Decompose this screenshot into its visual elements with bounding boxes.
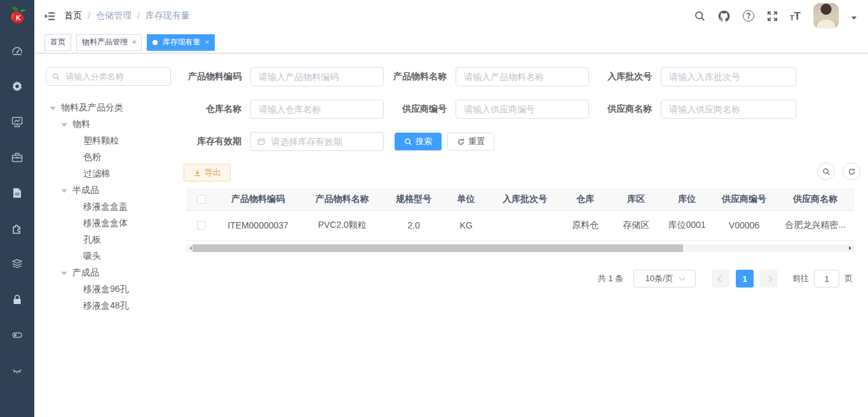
tree-node[interactable]: 移液盒盒盖 — [34, 199, 181, 215]
pagination-total: 共 1 条 — [598, 273, 623, 284]
sidebar-item-system[interactable] — [0, 69, 34, 104]
tree-node[interactable]: 移液盒盒体 — [34, 215, 181, 232]
row-checkbox[interactable] — [197, 221, 206, 230]
tree-node[interactable]: 移液盒96孔 — [34, 281, 181, 298]
sidebar-menu — [0, 33, 34, 388]
field-item-code: 产品物料编码 — [178, 67, 384, 86]
tree-node[interactable]: 移液盒48孔 — [34, 298, 181, 314]
page-number-button[interactable]: 1 — [736, 270, 754, 288]
sidebar-item-permission[interactable] — [0, 282, 34, 317]
search-icon — [52, 72, 60, 81]
supplier-name-input[interactable] — [668, 103, 789, 115]
next-page-button[interactable] — [760, 270, 778, 288]
active-dot-icon — [153, 40, 158, 45]
page-size-select[interactable]: 10条/页 — [634, 270, 696, 288]
category-search-box — [46, 67, 171, 86]
category-search-input[interactable] — [64, 71, 165, 82]
caret-down-icon[interactable] — [50, 107, 56, 114]
item-name-input[interactable] — [463, 71, 582, 83]
close-icon[interactable]: × — [205, 39, 208, 46]
goto-page-input[interactable] — [814, 270, 839, 288]
sidebar-item-dashboard[interactable] — [0, 33, 34, 69]
search-icon — [822, 168, 831, 176]
tree-node[interactable]: 吸头 — [34, 248, 181, 265]
main-content: 产品物料编码 产品物料名称 入库批次号 仓库名称 供应商编号 供应商名称 库存有… — [181, 53, 868, 417]
breadcrumb-warehouse[interactable]: 仓储管理 — [96, 10, 132, 22]
sidebar-item-layers[interactable] — [0, 246, 34, 282]
monitor-chart-icon — [11, 116, 24, 128]
prev-page-button[interactable] — [712, 270, 729, 288]
sidebar-item-switch[interactable] — [0, 317, 34, 353]
table-header-row: 产品物料编码 产品物料名称 规格型号 单位 入库批次号 仓库 库区 库位 供应商… — [186, 188, 855, 211]
github-icon — [717, 10, 731, 23]
sidebar-item-monitor[interactable] — [0, 104, 34, 140]
field-supplier-code: 供应商编号 — [383, 100, 589, 119]
caret-down-icon[interactable] — [61, 272, 67, 279]
reset-button[interactable]: 重置 — [447, 133, 494, 150]
scroll-left-icon[interactable] — [187, 246, 192, 250]
header-actions: ? TT — [693, 3, 868, 29]
pagination-goto: 前往 页 — [792, 270, 853, 288]
breadcrumb-home[interactable]: 首页 — [64, 10, 82, 22]
inventory-table: 产品物料编码 产品物料名称 规格型号 单位 入库批次号 仓库 库区 库位 供应商… — [186, 188, 855, 241]
svg-text:K: K — [16, 15, 21, 22]
tab-inventory-current[interactable]: 库存现有量 × — [147, 34, 214, 51]
sidebar-item-document[interactable] — [0, 175, 34, 211]
dashboard-icon — [11, 44, 24, 57]
breadcrumb-separator: / — [88, 11, 90, 21]
category-tree: 物料及产品分类 物料 塑料颗粒 色粉 过滤棉 半成品 移液盒盒盖 移液盒盒体 孔… — [34, 100, 181, 314]
sidebar-item-plugin[interactable] — [0, 211, 34, 246]
tree-node[interactable]: 过滤棉 — [34, 166, 181, 182]
tree-node[interactable]: 半成品 — [34, 182, 181, 199]
tree-node[interactable]: 塑料颗粒 — [34, 133, 181, 149]
header-search-button[interactable] — [693, 9, 707, 23]
layers-icon — [11, 258, 24, 270]
refresh-table-button[interactable] — [843, 162, 860, 180]
help-button[interactable]: ? — [742, 9, 756, 23]
tree-node[interactable]: 孔板 — [34, 232, 181, 248]
sidebar-item-tools[interactable] — [0, 140, 34, 175]
eye-closed-icon — [11, 364, 24, 377]
batch-no-input[interactable] — [668, 71, 789, 83]
item-code-input[interactable] — [257, 71, 377, 83]
toggle-search-button[interactable] — [817, 162, 835, 180]
expiry-date-input[interactable] — [270, 136, 377, 147]
sidebar-item-hidden[interactable] — [0, 353, 34, 388]
toggle-icon — [11, 329, 24, 341]
warehouse-name-input[interactable] — [257, 103, 377, 115]
font-size-icon: T — [790, 15, 794, 22]
scroll-right-icon[interactable] — [849, 246, 853, 250]
export-button[interactable]: 导出 — [184, 164, 231, 182]
tab-material-product[interactable]: 物料产品管理 × — [76, 34, 142, 51]
supplier-code-input[interactable] — [463, 103, 582, 115]
breadcrumb-current: 库存现有量 — [146, 10, 190, 22]
tree-node[interactable]: 产成品 — [34, 265, 181, 281]
font-size-button[interactable]: TT — [790, 11, 801, 22]
breadcrumb-separator: / — [137, 11, 140, 21]
sidebar-toggle-button[interactable] — [34, 10, 64, 22]
close-icon[interactable]: × — [132, 39, 136, 46]
gear-icon — [11, 80, 24, 93]
tree-node[interactable]: 色粉 — [34, 149, 181, 166]
tab-home[interactable]: 首页 — [44, 34, 71, 51]
top-header: 首页 / 仓储管理 / 库存现有量 ? — [34, 0, 868, 32]
select-all-checkbox[interactable] — [197, 195, 206, 204]
table-row[interactable]: ITEM00000037 PVC2.0颗粒 2.0 KG 原料仓 存储区 库位0… — [186, 211, 855, 241]
caret-down-icon[interactable] — [61, 189, 67, 196]
user-avatar[interactable] — [813, 3, 839, 29]
fullscreen-button[interactable] — [766, 9, 780, 23]
caret-down-icon[interactable] — [851, 17, 857, 22]
scrollbar-thumb[interactable] — [193, 244, 683, 252]
tree-node[interactable]: 物料及产品分类 — [34, 100, 181, 116]
horizontal-scrollbar[interactable] — [186, 244, 855, 252]
refresh-icon — [457, 138, 465, 146]
question-icon: ? — [743, 10, 754, 22]
github-link-button[interactable] — [717, 9, 731, 23]
hamburger-icon — [44, 10, 56, 22]
tree-node[interactable]: 物料 — [34, 116, 181, 133]
search-button[interactable]: 搜索 — [395, 133, 442, 150]
category-tree-panel: 物料及产品分类 物料 塑料颗粒 色粉 过滤棉 半成品 移液盒盒盖 移液盒盒体 孔… — [34, 53, 181, 417]
caret-down-icon[interactable] — [61, 123, 67, 130]
download-icon — [193, 169, 201, 177]
app-logo[interactable]: K — [0, 0, 34, 32]
